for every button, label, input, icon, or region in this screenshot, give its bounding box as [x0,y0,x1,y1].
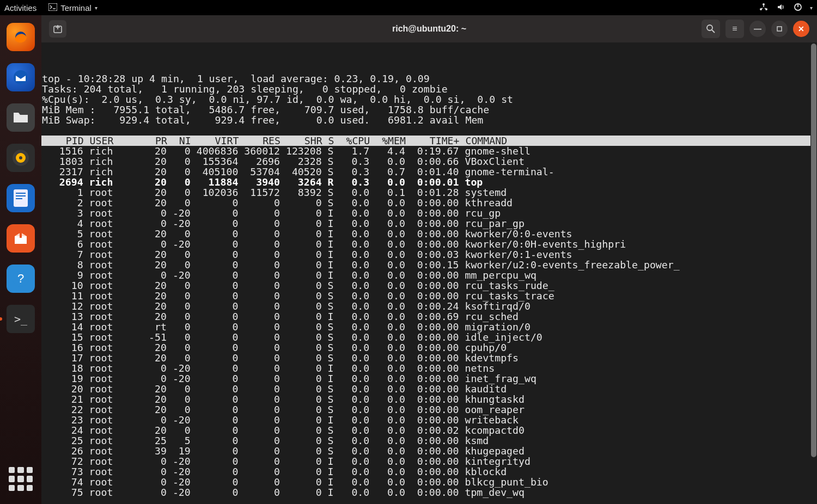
top-process-list: 1516 rich 20 0 4006836 360012 123208 S 1… [41,146,817,497]
process-row: 8 root 20 0 0 0 0 I 0.0 0.0 0:00.15 kwor… [41,260,817,270]
process-row: 5 root 20 0 0 0 0 I 0.0 0.0 0:00.00 kwor… [41,229,817,239]
dock-help-icon[interactable]: ? [7,265,35,293]
svg-rect-13 [16,195,26,196]
network-icon[interactable] [759,3,769,13]
process-row: 20 root 20 0 0 0 0 S 0.0 0.0 0:00.00 kau… [41,384,817,394]
app-menu[interactable]: Terminal ▾ [48,3,97,13]
dock-firefox-icon[interactable] [7,23,35,51]
top-header-row: PID USER PR NI VIRT RES SHR S %CPU %MEM … [41,136,817,146]
process-row: 74 root 0 -20 0 0 0 I 0.0 0.0 0:00.00 bl… [41,477,817,487]
process-row: 26 root 39 19 0 0 0 S 0.0 0.0 0:00.00 kh… [41,446,817,456]
process-row: 18 root 0 -20 0 0 0 I 0.0 0.0 0:00.00 ne… [41,363,817,373]
terminal-output[interactable]: top - 10:28:28 up 4 min, 1 user, load av… [41,42,817,504]
top-summary: top - 10:28:28 up 4 min, 1 user, load av… [41,63,817,136]
process-row: 1803 rich 20 0 155364 2696 2328 S 0.3 0.… [41,156,817,167]
svg-point-7 [14,70,28,84]
svg-rect-22 [777,27,782,31]
app-menu-label: Terminal [60,3,92,13]
process-row: 10 root 20 0 0 0 0 S 0.0 0.0 0:00.00 rcu… [41,280,817,291]
process-row: 22 root 20 0 0 0 0 S 0.0 0.0 0:00.00 oom… [41,404,817,415]
dock-software-icon[interactable] [7,224,35,253]
process-row: 73 root 0 -20 0 0 0 I 0.0 0.0 0:00.00 kb… [41,466,817,477]
scrollbar-thumb[interactable] [811,44,816,457]
process-row: 1 root 20 0 102036 11572 8392 S 0.0 0.1 … [41,187,817,198]
process-row: 12 root 20 0 0 0 0 S 0.0 0.0 0:00.24 kso… [41,301,817,311]
chevron-down-icon[interactable]: ▾ [810,5,813,11]
process-row: 3 root 0 -20 0 0 0 I 0.0 0.0 0:00.00 rcu… [41,208,817,218]
new-tab-button[interactable] [49,20,66,38]
svg-point-10 [19,156,22,159]
process-row: 15 root -51 0 0 0 0 S 0.0 0.0 0:00.00 id… [41,332,817,342]
window-title: rich@ubuntu20: ~ [392,24,466,34]
svg-line-21 [712,30,715,33]
process-row: 24 root 20 0 0 0 0 S 0.0 0.0 0:00.02 kco… [41,425,817,435]
power-icon[interactable] [794,3,802,13]
process-row: 1516 rich 20 0 4006836 360012 123208 S 1… [41,146,817,156]
process-row: 14 root rt 0 0 0 0 S 0.0 0.0 0:00.00 mig… [41,322,817,332]
dock-files-icon[interactable] [7,103,35,132]
minimize-button[interactable]: — [749,21,766,37]
process-row: 13 root 20 0 0 0 0 I 0.0 0.0 0:00.69 rcu… [41,311,817,322]
ubuntu-dock: ? >_ [0,15,41,504]
process-row: 2694 rich 20 0 11884 3940 3264 R 0.3 0.0… [41,177,817,187]
dock-terminal-icon[interactable]: >_ [7,305,35,333]
terminal-panel-icon [48,3,57,13]
process-row: 19 root 0 -20 0 0 0 I 0.0 0.0 0:00.00 in… [41,373,817,384]
process-row: 2 root 20 0 0 0 0 S 0.0 0.0 0:00.00 kthr… [41,198,817,208]
svg-rect-0 [48,3,57,11]
svg-text:?: ? [17,272,24,285]
scrollbar[interactable] [810,42,817,504]
process-row: 16 root 20 0 0 0 0 S 0.0 0.0 0:00.00 cpu… [41,342,817,353]
process-row: 9 root 0 -20 0 0 0 I 0.0 0.0 0:00.00 mm_… [41,270,817,280]
process-row: 17 root 20 0 0 0 0 S 0.0 0.0 0:00.00 kde… [41,353,817,363]
volume-icon[interactable] [776,3,786,13]
process-row: 4 root 0 -20 0 0 0 I 0.0 0.0 0:00.00 rcu… [41,218,817,229]
chevron-down-icon: ▾ [95,5,97,11]
show-applications-icon[interactable] [9,467,33,491]
process-row: 21 root 20 0 0 0 0 S 0.0 0.0 0:00.00 khu… [41,394,817,404]
svg-point-1 [763,3,765,5]
process-row: 6 root 0 -20 0 0 0 I 0.0 0.0 0:00.00 kwo… [41,239,817,249]
svg-rect-14 [16,198,22,199]
process-row: 23 root 0 -20 0 0 0 I 0.0 0.0 0:00.00 wr… [41,415,817,425]
svg-point-20 [707,25,712,30]
hamburger-menu-button[interactable]: ≡ [725,20,744,38]
process-row: 7 root 20 0 0 0 0 I 0.0 0.0 0:00.03 kwor… [41,249,817,260]
dock-rhythmbox-icon[interactable] [7,144,35,172]
maximize-button[interactable] [771,21,788,37]
process-row: 75 root 0 -20 0 0 0 I 0.0 0.0 0:00.00 tp… [41,487,817,497]
dock-writer-icon[interactable] [7,184,35,212]
process-row: 11 root 20 0 0 0 0 S 0.0 0.0 0:00.00 rcu… [41,291,817,301]
search-button[interactable] [702,20,720,38]
activities-button[interactable]: Activities [4,3,36,13]
process-row: 72 root 0 -20 0 0 0 I 0.0 0.0 0:00.00 ki… [41,456,817,466]
window-titlebar: rich@ubuntu20: ~ ≡ — ✕ [41,15,817,42]
close-button[interactable]: ✕ [793,21,809,37]
gnome-top-panel: Activities Terminal ▾ ▾ [0,0,817,15]
process-row: 25 root 25 5 0 0 0 S 0.0 0.0 0:00.00 ksm… [41,435,817,446]
dock-thunderbird-icon[interactable] [7,63,35,91]
svg-rect-12 [16,193,26,194]
process-row: 2317 rich 20 0 405100 53704 40520 S 0.3 … [41,167,817,177]
